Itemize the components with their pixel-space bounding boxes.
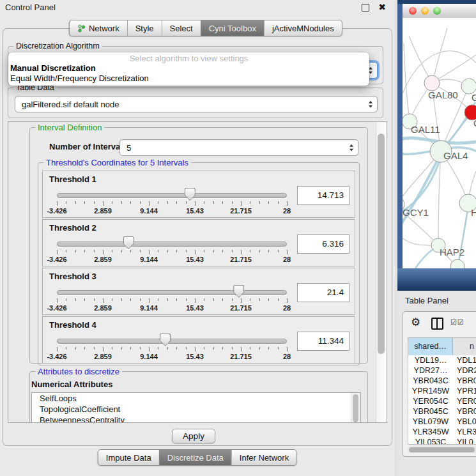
network-node[interactable] xyxy=(450,259,464,268)
table-row[interactable]: YIL053CYIL0 xyxy=(408,437,476,445)
tab-cyni-toolbox[interactable]: Cyni Toolbox xyxy=(201,20,264,36)
dropdown-option-equal-width-frequency-discretization[interactable]: Equal Width/Frequency Discretization xyxy=(8,73,369,84)
network-edge[interactable] xyxy=(433,28,447,82)
combo-arrows-icon xyxy=(369,101,372,108)
list-scrollbar-thumb[interactable] xyxy=(353,394,358,422)
threshold-slider[interactable]: -3.4262.8599.14415.4321.71528 xyxy=(57,285,287,314)
tab-style[interactable]: Style xyxy=(127,20,162,36)
tick-label: 2.859 xyxy=(94,353,112,360)
network-canvas[interactable]: GAL80GACGAL11GAL4GCY1HHAP2 xyxy=(403,18,476,268)
attribute-item-betweennesscentrality[interactable]: BetweennessCentrality xyxy=(32,415,360,423)
slider-track[interactable] xyxy=(57,193,287,198)
node-label: C xyxy=(473,118,476,128)
network-edge[interactable] xyxy=(403,238,436,245)
close-traffic-light[interactable] xyxy=(409,7,417,15)
control-tab-bar: NetworkStyleSelectCyni ToolboxjActiveMNo… xyxy=(69,20,342,36)
threshold-panel-3: Threshold 3 -3.4262.8599.14415.4321.7152… xyxy=(42,268,355,315)
cell-shared-name: YBL079W xyxy=(408,417,453,427)
tick-label: 2.859 xyxy=(94,256,112,263)
cell-shared-name: YPR145W xyxy=(408,386,453,396)
algorithm-dropdown-popup: Select algorithm to view settings Manual… xyxy=(8,52,369,86)
table-row[interactable]: YLR345WYLR3 xyxy=(408,427,476,437)
settings-vertical-scrollbar[interactable] xyxy=(376,122,387,422)
node-label: GAL80 xyxy=(428,89,458,100)
cell-shared-name: YDL19… xyxy=(408,355,453,365)
slider-thumb[interactable] xyxy=(185,188,196,201)
numerical-attributes-list[interactable]: SelfLoopsTopologicalCoefficientBetweenne… xyxy=(31,392,361,423)
network-edge[interactable] xyxy=(404,43,410,121)
threshold-title: Threshold 4 xyxy=(49,320,96,330)
slider-track[interactable] xyxy=(57,339,287,344)
tick-label: 15.43 xyxy=(186,353,204,360)
table-horizontal-scrollbar[interactable] xyxy=(408,446,476,453)
threshold-panel-4: Threshold 4 -3.4262.8599.14415.4321.7152… xyxy=(42,316,355,364)
tab-network[interactable]: Network xyxy=(70,20,127,36)
select-columns-icon[interactable]: ☑☑ xyxy=(450,318,464,326)
column-header-name[interactable]: n xyxy=(453,338,476,355)
threshold-value-field[interactable]: 21.4 xyxy=(297,283,349,302)
tab-infer-network[interactable]: Infer Network xyxy=(231,450,296,465)
tab-jactivemnodules[interactable]: jActiveMNodules xyxy=(264,20,342,36)
split-panel-icon[interactable] xyxy=(431,318,443,330)
slider-track[interactable] xyxy=(57,242,287,247)
threshold-slider[interactable]: -3.4262.8599.14415.4321.71528 xyxy=(57,236,287,266)
tab-discretize-data[interactable]: Discretize Data xyxy=(159,450,231,465)
tick-label: -3.426 xyxy=(47,304,66,312)
column-header-shared-name[interactable]: shared… xyxy=(408,338,453,355)
settings-scrollbar-thumb[interactable] xyxy=(378,134,385,354)
number-of-intervals-combobox[interactable]: 5 xyxy=(119,139,358,156)
slider-thumb[interactable] xyxy=(233,285,244,298)
tick-label: 15.43 xyxy=(186,256,204,263)
cell-shared-name: YDR27… xyxy=(408,365,453,376)
threshold-slider[interactable]: -3.4262.8599.14415.4321.71528 xyxy=(57,188,287,217)
list-scrollbar[interactable] xyxy=(351,393,360,423)
network-edge-highlighted[interactable] xyxy=(403,153,441,231)
threshold-slider[interactable]: -3.4262.8599.14415.4321.71528 xyxy=(57,334,287,363)
attribute-item-selfloops[interactable]: SelfLoops xyxy=(32,393,360,404)
table-row[interactable]: YDR27…YDR2 xyxy=(408,365,476,376)
slider-tick-labels: -3.4262.8599.14415.4321.71528 xyxy=(57,207,287,215)
tick-label: 21.715 xyxy=(230,256,252,263)
network-node-gal80[interactable] xyxy=(424,75,440,91)
network-window-titlebar[interactable] xyxy=(403,4,476,19)
table-data-combobox[interactable]: galFiltered.sif default node xyxy=(15,96,378,112)
table-hscrollbar-thumb[interactable] xyxy=(409,447,475,452)
threshold-value-field[interactable]: 14.713 xyxy=(297,186,349,205)
tab-impute-data[interactable]: Impute Data xyxy=(98,450,159,465)
threshold-value-field[interactable]: 11.344 xyxy=(297,332,349,351)
table-row[interactable]: YBR043CYBR0 xyxy=(408,376,476,386)
table-row[interactable]: YDL19…YDL1 xyxy=(408,355,476,365)
table-row[interactable]: YER054CYER0 xyxy=(408,396,476,406)
node-table[interactable]: shared… n YDL19…YDL1YDR27…YDR2YBR043CYBR… xyxy=(408,337,476,445)
gear-icon[interactable]: ⚙ xyxy=(411,316,420,328)
thresholds-group: Threshold's Coordinates for 5 Intervals … xyxy=(38,162,360,365)
float-window-icon[interactable] xyxy=(362,4,369,12)
zoom-traffic-light[interactable] xyxy=(433,7,441,15)
node-label: H xyxy=(471,207,476,218)
table-data-group: Table Data galFiltered.sif default node xyxy=(8,88,383,118)
tab-select[interactable]: Select xyxy=(162,20,201,36)
control-panel-titlebar: Control Panel ✖ xyxy=(0,0,395,15)
network-graph[interactable]: GAL80GACGAL11GAL4GCY1HHAP2 xyxy=(403,18,476,268)
slider-thumb[interactable] xyxy=(123,236,134,249)
table-row[interactable]: YPR145WYPR1 xyxy=(408,386,476,396)
cell-name: YBR0 xyxy=(453,376,476,386)
table-row[interactable]: YBL079WYBL0 xyxy=(408,417,476,427)
table-row[interactable]: YBR045CYBR0 xyxy=(408,406,476,417)
tick-label: 21.715 xyxy=(230,304,252,312)
slider-track[interactable] xyxy=(57,290,287,295)
apply-button[interactable]: Apply xyxy=(172,429,215,443)
attribute-item-topologicalcoefficient[interactable]: TopologicalCoefficient xyxy=(32,404,360,415)
network-edge[interactable] xyxy=(434,55,476,82)
settings-scrollpane: Interval Definition Number of Intervals … xyxy=(8,121,387,423)
threshold-value-field[interactable]: 6.316 xyxy=(297,234,349,254)
tick-label: 9.144 xyxy=(140,256,158,263)
minimize-traffic-light[interactable] xyxy=(421,7,429,15)
dropdown-option-manual-discretization[interactable]: Manual Discretization xyxy=(8,63,369,73)
close-icon[interactable]: ✖ xyxy=(378,2,386,12)
cell-name: YPR1 xyxy=(453,386,476,396)
tick-label: 28 xyxy=(283,256,291,263)
tick-label: 2.859 xyxy=(94,207,112,215)
slider-thumb[interactable] xyxy=(160,334,171,346)
tick-label: 9.144 xyxy=(140,304,158,312)
